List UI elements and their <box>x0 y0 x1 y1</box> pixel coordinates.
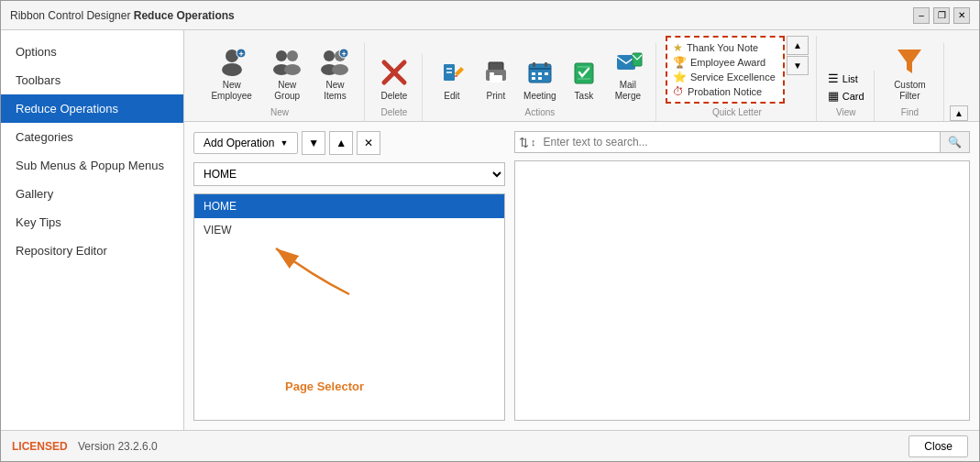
delete-button[interactable]: Delete <box>374 54 414 104</box>
task-button[interactable]: Task <box>564 54 604 104</box>
search-icons: ⇅ ↕ <box>515 134 540 151</box>
delete-label: Delete <box>380 91 407 102</box>
new-employee-label: New Employee <box>206 80 257 102</box>
list-item-home[interactable]: HOME <box>194 194 504 218</box>
sidebar-item-gallery[interactable]: Gallery <box>1 180 183 208</box>
print-icon <box>479 56 512 89</box>
status-left: LICENSED Version 23.2.6.0 <box>12 440 158 453</box>
print-button[interactable]: Print <box>476 54 516 104</box>
svg-rect-32 <box>538 77 542 80</box>
sidebar-item-reduce-operations[interactable]: Reduce Operations <box>1 94 183 123</box>
right-list-box <box>514 160 970 421</box>
search-row: ⇅ ↕ 🔍 <box>514 131 970 153</box>
add-operation-button[interactable]: Add Operation ▼ <box>193 132 298 154</box>
ribbon-group-actions: Edit Pr <box>424 43 656 121</box>
quick-letter-box: ★ Thank You Note 🏆 Employee Award ⭐ Serv… <box>666 36 785 104</box>
ribbon-group-view: ☰ List ▦ Card View <box>819 71 875 121</box>
view-group-label: View <box>836 107 856 117</box>
list-panel: HOME VIEW Page Selector <box>193 193 505 421</box>
actions-group-label-text: Actions <box>524 107 555 117</box>
meeting-button[interactable]: Meeting <box>520 54 560 104</box>
quick-letter-scroll-down[interactable]: ▼ <box>787 56 809 75</box>
new-group-button[interactable]: New Group <box>264 43 310 104</box>
search-input[interactable] <box>540 132 941 152</box>
meeting-icon <box>523 56 556 89</box>
page-dropdown[interactable]: HOME <box>193 162 505 186</box>
title-controls: – ❐ ✕ <box>913 7 970 24</box>
edit-button[interactable]: Edit <box>432 54 472 104</box>
ribbon-group-find: Custom Filter Find <box>876 43 944 121</box>
card-view-label: Card <box>842 91 864 102</box>
custom-filter-button[interactable]: Custom Filter <box>884 43 936 104</box>
new-group-buttons: + New Employee <box>203 43 357 104</box>
svg-text:+: + <box>238 50 243 59</box>
employee-award-label: Employee Award <box>690 57 765 68</box>
search-button[interactable]: 🔍 <box>940 132 969 152</box>
new-group-label-text: New <box>270 107 289 117</box>
list-view-button[interactable]: ☰ List <box>826 71 866 86</box>
find-group-label: Find <box>901 107 919 117</box>
svg-rect-26 <box>533 62 535 67</box>
right-panel: ⇅ ↕ 🔍 <box>514 131 970 421</box>
probation-notice-item[interactable]: ⏱ Probation Notice <box>671 84 779 99</box>
svg-point-5 <box>287 50 298 61</box>
sidebar-item-options[interactable]: Options <box>1 38 183 66</box>
main-layout: Options Toolbars Reduce Operations Categ… <box>1 30 979 430</box>
left-panel: Add Operation ▼ ▼ ▲ ✕ HOME <box>193 131 505 421</box>
employee-award-item[interactable]: 🏆 Employee Award <box>671 55 779 70</box>
move-up-button[interactable]: ▲ <box>329 131 353 155</box>
svg-rect-30 <box>545 72 548 75</box>
new-group-label: New Group <box>268 80 306 102</box>
new-employee-button[interactable]: + New Employee <box>203 43 260 104</box>
svg-point-1 <box>222 63 242 76</box>
thank-you-note-icon: ★ <box>673 41 683 54</box>
svg-rect-29 <box>538 72 542 75</box>
close-button[interactable]: Close <box>908 435 968 457</box>
content-area: + New Employee <box>184 30 979 430</box>
svg-rect-28 <box>532 72 535 75</box>
window-close-button[interactable]: ✕ <box>953 7 970 24</box>
mail-merge-label: Mail Merge <box>611 80 644 102</box>
svg-rect-22 <box>490 75 502 82</box>
remove-button[interactable]: ✕ <box>357 131 380 155</box>
main-window: Ribbon Control Designer Reduce Operation… <box>0 0 980 462</box>
edit-label: Edit <box>444 91 459 102</box>
quick-letter-group-label: Quick Letter <box>712 107 762 117</box>
add-operation-dropdown-icon: ▼ <box>280 138 288 148</box>
svg-text:+: + <box>342 50 347 59</box>
new-group-icon <box>270 45 303 78</box>
sidebar-item-sub-menus[interactable]: Sub Menus & Popup Menus <box>1 151 183 180</box>
licensed-badge: LICENSED <box>12 440 68 453</box>
service-excellence-icon: ⭐ <box>673 71 687 83</box>
sidebar-item-key-tips[interactable]: Key Tips <box>1 208 183 236</box>
quick-letter-scroll-up[interactable]: ▲ <box>787 36 809 55</box>
minimize-button[interactable]: – <box>913 7 930 24</box>
svg-marker-38 <box>897 50 921 73</box>
custom-filter-label: Custom Filter <box>887 80 932 102</box>
thank-you-note-item[interactable]: ★ Thank You Note <box>671 40 779 55</box>
toolbar-row: Add Operation ▼ ▼ ▲ ✕ <box>193 131 505 155</box>
ribbon-group-delete: Delete Delete <box>367 54 423 121</box>
meeting-label: Meeting <box>523 91 556 102</box>
service-excellence-item[interactable]: ⭐ Service Excellence <box>671 70 779 84</box>
probation-notice-icon: ⏱ <box>673 85 684 98</box>
list-view-label: List <box>842 73 858 84</box>
ribbon-group-new: + New Employee <box>195 43 365 121</box>
delete-group-buttons: Delete <box>374 54 414 104</box>
list-item-view[interactable]: VIEW <box>194 218 504 242</box>
card-view-button[interactable]: ▦ Card <box>826 88 866 104</box>
new-items-button[interactable]: + New Items <box>314 43 357 104</box>
svg-rect-23 <box>490 72 494 75</box>
ribbon-collapse-button[interactable]: ▲ <box>950 105 968 121</box>
move-down-button[interactable]: ▼ <box>302 131 325 155</box>
sidebar-item-repository-editor[interactable]: Repository Editor <box>1 236 183 265</box>
sort-icon: ⇅ <box>519 136 529 149</box>
task-icon <box>567 56 600 89</box>
svg-point-8 <box>324 50 335 61</box>
mail-merge-button[interactable]: Mail Merge <box>608 43 648 104</box>
sidebar-item-toolbars[interactable]: Toolbars <box>1 66 183 94</box>
workspace: Add Operation ▼ ▼ ▲ ✕ HOME <box>184 122 979 430</box>
restore-button[interactable]: ❐ <box>933 7 950 24</box>
add-operation-label: Add Operation <box>204 137 274 149</box>
sidebar-item-categories[interactable]: Categories <box>1 123 183 151</box>
